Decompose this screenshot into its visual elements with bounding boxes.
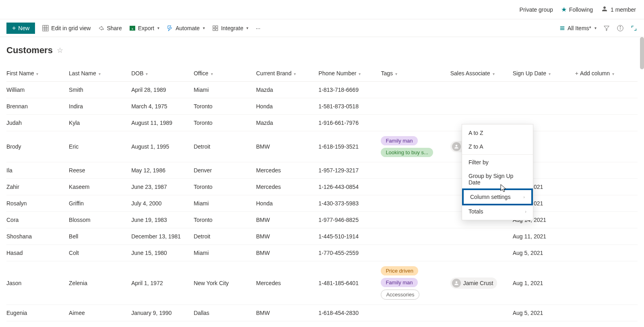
col-phone[interactable]: Phone Number▾ <box>318 67 381 82</box>
cell-phone: 1-618-159-3521 <box>318 131 381 162</box>
svg-text:x: x <box>132 27 134 31</box>
col-last-name[interactable]: Last Name▾ <box>69 67 131 82</box>
scrollbar-thumb[interactable] <box>640 37 644 69</box>
table-row[interactable]: ZahirKaseemJune 23, 1987TorontoMercedes1… <box>6 179 638 195</box>
table-row[interactable]: JudahKylaAugust 11, 1989TorontoMazda1-91… <box>6 115 638 131</box>
edit-grid-label: Edit in grid view <box>51 25 91 31</box>
col-office[interactable]: Office▾ <box>194 67 256 82</box>
star-filled-icon: ★ <box>561 6 567 13</box>
cell-first-name: Eugenia <box>6 305 69 321</box>
members-link[interactable]: 1 member <box>601 5 636 14</box>
chevron-down-icon: ▾ <box>549 72 551 76</box>
chevron-down-icon: ▾ <box>246 26 248 30</box>
cell-office: Dallas <box>194 305 256 321</box>
cell-first-name: Rosalyn <box>6 195 69 212</box>
view-selector[interactable]: All Items* ▾ <box>559 25 597 31</box>
list-title: Customers <box>6 45 53 56</box>
edit-grid-button[interactable]: Edit in grid view <box>42 25 91 31</box>
cell-office: Toronto <box>194 98 256 115</box>
favorite-star-icon[interactable]: ☆ <box>57 46 63 55</box>
cell-dob: December 13, 1981 <box>131 228 194 245</box>
menu-group-by[interactable]: Group by Sign Up Date <box>462 169 533 189</box>
export-label: Export <box>138 25 154 31</box>
menu-label: Totals <box>469 208 483 215</box>
cell-sign-up-date: Aug 5, 2021 <box>513 245 575 261</box>
cell-last-name: Kyla <box>69 115 131 131</box>
menu-sort-z-to-a[interactable]: Z to A <box>462 140 533 153</box>
col-dob[interactable]: DOB▾ <box>131 67 194 82</box>
cell-tags <box>381 98 450 115</box>
cell-office: Toronto <box>194 179 256 195</box>
info-button[interactable] <box>617 25 624 32</box>
add-column-button[interactable]: +Add column▾ <box>575 67 638 82</box>
cell-first-name: Hasad <box>6 245 69 261</box>
svg-rect-10 <box>216 29 218 31</box>
new-button[interactable]: + New <box>6 23 35 34</box>
cell-first-name: William <box>6 82 69 98</box>
share-icon <box>98 25 104 31</box>
cell-first-name: Cora <box>6 212 69 228</box>
person-name: Jamie Crust <box>463 280 493 286</box>
menu-label: Group by Sign Up Date <box>469 173 526 186</box>
share-button[interactable]: Share <box>98 25 122 31</box>
cell-dob: July 4, 2000 <box>131 195 194 212</box>
site-header-banner: Private group ★ Following 1 member <box>0 0 644 19</box>
cell-phone: 1-957-129-3217 <box>318 162 381 179</box>
col-sales-associate[interactable]: Sales Associate▾ <box>450 67 513 82</box>
table-row[interactable]: ShoshanaBellDecember 13, 1981DetroitBMW1… <box>6 228 638 245</box>
col-sales-associate-label: Sales Associate <box>450 70 490 77</box>
filter-button[interactable] <box>603 25 610 32</box>
cell-sales-associate <box>450 245 513 261</box>
export-button[interactable]: x Export ▾ <box>129 25 159 31</box>
cell-empty <box>575 82 638 98</box>
col-current-brand[interactable]: Current Brand▾ <box>256 67 318 82</box>
tag-pill: Family man <box>381 278 417 287</box>
items-table: First Name▾ Last Name▾ DOB▾ Office▾ Curr… <box>6 67 638 321</box>
menu-column-settings[interactable]: Column settings › <box>462 188 533 205</box>
cell-tags <box>381 82 450 98</box>
cell-current-brand: Mercedes <box>256 261 318 305</box>
table-row[interactable]: CoraBlossomJune 19, 1983TorontoBMW1-977-… <box>6 212 638 228</box>
person-chip[interactable]: Jamie Crust <box>450 277 497 289</box>
col-sign-up-date-label: Sign Up Date <box>513 70 546 77</box>
menu-label: Column settings <box>470 194 510 200</box>
cell-office: Toronto <box>194 115 256 131</box>
menu-sort-a-to-z[interactable]: A to Z <box>462 126 533 140</box>
cell-office: Miami <box>194 82 256 98</box>
chevron-down-icon: ▾ <box>211 72 213 76</box>
cell-tags <box>381 212 450 228</box>
table-row[interactable]: WilliamSmithApril 28, 1989MiamiMazda1-81… <box>6 82 638 98</box>
plus-icon: + <box>12 25 16 31</box>
cell-first-name: Ila <box>6 162 69 179</box>
chevron-down-icon: ▾ <box>359 72 361 76</box>
table-row[interactable]: EugeniaAimeeJanuary 9, 1990DallasBMW1-61… <box>6 305 638 321</box>
chevron-right-icon: › <box>523 195 525 199</box>
avatar <box>452 279 461 288</box>
expand-button[interactable] <box>630 25 638 32</box>
menu-filter-by[interactable]: Filter by <box>462 155 533 169</box>
cell-phone: 1-916-661-7976 <box>318 115 381 131</box>
cell-current-brand: BMW <box>256 305 318 321</box>
more-commands-button[interactable]: ··· <box>256 25 260 31</box>
table-row[interactable]: HasadColtJune 15, 1980MiamiBMW1-770-455-… <box>6 245 638 261</box>
cell-tags: Family manLooking to buy s... <box>381 131 450 162</box>
col-first-name[interactable]: First Name▾ <box>6 67 69 82</box>
following-toggle[interactable]: ★ Following <box>561 6 593 13</box>
cell-current-brand: Mazda <box>256 82 318 98</box>
table-row[interactable]: BrodyEricAugust 1, 1995DetroitBMW1-618-1… <box>6 131 638 162</box>
col-tags[interactable]: Tags▾ <box>381 67 450 82</box>
table-row[interactable]: BrennanIndiraMarch 4, 1975TorontoHonda1-… <box>6 98 638 115</box>
table-row[interactable]: JasonZeleniaApril 1, 1972New York CityMe… <box>6 261 638 305</box>
tag-pill: Accessories <box>381 290 419 300</box>
table-row[interactable]: RosalynGriffinJuly 4, 2000MiamiHonda1-43… <box>6 195 638 212</box>
cell-last-name: Colt <box>69 245 131 261</box>
chevron-down-icon: ▾ <box>157 26 159 30</box>
col-sign-up-date[interactable]: Sign Up Date▾ <box>513 67 575 82</box>
new-button-label: New <box>18 25 29 31</box>
table-row[interactable]: IlaReeseMay 12, 1986DenverMercedes1-957-… <box>6 162 638 179</box>
integrate-button[interactable]: Integrate ▾ <box>212 25 248 31</box>
menu-totals[interactable]: Totals › <box>462 205 533 218</box>
automate-button[interactable]: Automate ▾ <box>167 25 205 31</box>
cell-empty <box>575 195 638 212</box>
cell-sign-up-date: Aug 11, 2021 <box>513 228 575 245</box>
